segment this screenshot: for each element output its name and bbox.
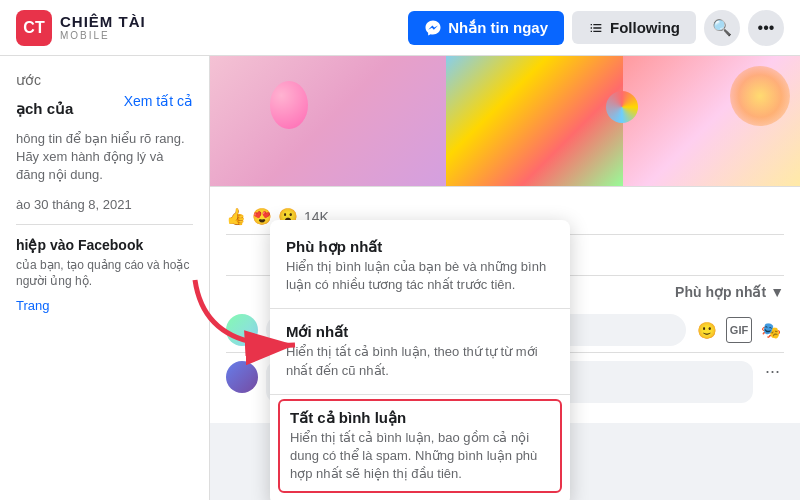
following-icon — [588, 20, 604, 36]
logo-mobile: MOBILE — [60, 30, 146, 41]
comment-filter-button[interactable]: Phù hợp nhất ▼ — [675, 284, 784, 300]
dropdown-item-best[interactable]: Phù hợp nhất Hiển thị bình luận của bạn … — [270, 228, 570, 304]
comment-input-icons: 🙂 GIF 🎭 — [694, 317, 784, 343]
comment-sort-dropdown: Phù hợp nhất Hiển thị bình luận của bạn … — [270, 220, 570, 500]
sidebar-promo-title: hiệp vào Facebook — [16, 237, 193, 253]
commenter-avatar — [226, 361, 258, 393]
dropdown-divider-2 — [270, 394, 570, 395]
sidebar-description: hông tin để bạn hiểu rõ rang. Hãy xem hà… — [16, 130, 193, 185]
dropdown-item-best-title: Phù hợp nhất — [286, 238, 554, 256]
dropdown-item-best-desc: Hiển thị bình luận của bạn bè và những b… — [286, 258, 554, 294]
like-reaction: 👍 — [226, 207, 246, 226]
dropdown-item-newest[interactable]: Mới nhất Hiển thị tất cả bình luận, theo… — [270, 313, 570, 389]
sidebar-section-title: ạch của — [16, 100, 73, 118]
header: CT CHIÊM TÀI MOBILE Nhắn tin ngay Follow… — [0, 0, 800, 56]
logo-text: CHIÊM TÀI MOBILE — [60, 14, 146, 42]
sidebar-divider — [16, 224, 193, 225]
sidebar-back: ước — [16, 72, 193, 88]
sidebar-view-all[interactable]: Xem tất cả — [124, 93, 193, 109]
header-actions: Nhắn tin ngay Following 🔍 ••• — [408, 10, 784, 46]
comment-more-button[interactable]: ··· — [761, 361, 784, 382]
dropdown-item-all-desc: Hiển thị tất cả bình luận, bao gồm cả nộ… — [290, 429, 550, 484]
search-button[interactable]: 🔍 — [704, 10, 740, 46]
search-icon: 🔍 — [712, 18, 732, 37]
sun-effect — [730, 66, 790, 126]
dropdown-item-newest-title: Mới nhất — [286, 323, 554, 341]
logo-name: CHIÊM TÀI — [60, 14, 146, 31]
dropdown-item-all-title: Tất cả bình luận — [290, 409, 550, 427]
cover-area — [210, 56, 800, 186]
gif-icon[interactable]: GIF — [726, 317, 752, 343]
dropdown-divider-1 — [270, 308, 570, 309]
cover-image-1 — [210, 56, 446, 186]
dropdown-item-all[interactable]: Tất cả bình luận Hiển thị tất cả bình lu… — [278, 399, 562, 494]
lollipop-decoration — [606, 91, 638, 123]
more-icon: ••• — [758, 19, 775, 37]
following-button[interactable]: Following — [572, 11, 696, 44]
dropdown-item-newest-desc: Hiển thị tất cả bình luận, theo thứ tự t… — [286, 343, 554, 379]
chevron-down-icon: ▼ — [770, 284, 784, 300]
messenger-icon — [424, 19, 442, 37]
cover-image-3 — [623, 56, 800, 186]
sidebar: ước ạch của Xem tất cả hông tin để bạn h… — [0, 56, 210, 500]
logo-icon: CT — [16, 10, 52, 46]
love-reaction: 😍 — [252, 207, 272, 226]
cover-image-2 — [446, 56, 623, 186]
message-button[interactable]: Nhắn tin ngay — [408, 11, 564, 45]
more-button[interactable]: ••• — [748, 10, 784, 46]
sidebar-promo-desc: của bạn, tạo quảng cáo và hoặc người ủng… — [16, 257, 193, 291]
balloon-decoration — [270, 81, 308, 129]
emoji-icon[interactable]: 🙂 — [694, 317, 720, 343]
logo-area: CT CHIÊM TÀI MOBILE — [16, 10, 196, 46]
current-user-avatar — [226, 314, 258, 346]
cover-images — [210, 56, 800, 186]
sticker-icon[interactable]: 🎭 — [758, 317, 784, 343]
sidebar-page-label[interactable]: Trang — [16, 298, 193, 313]
sidebar-date: ào 30 tháng 8, 2021 — [16, 197, 193, 212]
